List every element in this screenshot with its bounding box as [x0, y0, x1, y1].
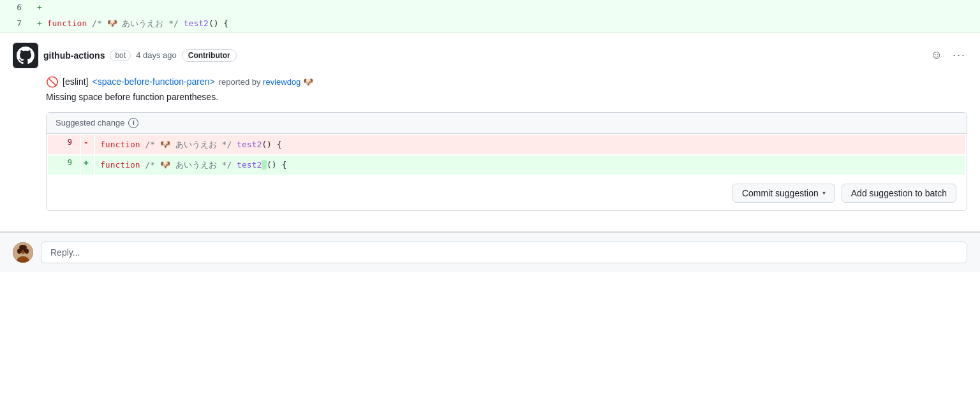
highlight-space — [262, 160, 267, 170]
svg-point-4 — [25, 249, 29, 254]
code-line-6: 6 + — [0, 0, 980, 16]
emoji-reaction-button[interactable]: ☺ — [930, 47, 944, 63]
code-line-7: 7 + function /* 🐶 あいうえお */ test2() { — [0, 16, 980, 32]
diff-line-num-add: 9 — [48, 156, 80, 175]
reviewdog-link[interactable]: reviewdog — [263, 77, 301, 87]
suggested-change-header: Suggested change i — [47, 113, 967, 134]
reported-by-text: reported by reviewdog 🐶 — [219, 77, 313, 87]
suggested-change-label: Suggested change — [56, 118, 124, 127]
comment-header: github-actions bot 4 days ago Contributo… — [13, 43, 967, 68]
username: github-actions — [43, 50, 105, 61]
suggestion-actions: Commit suggestion ▾ Add suggestion to ba… — [47, 176, 967, 210]
svg-point-7 — [24, 250, 25, 251]
github-logo-icon — [17, 47, 34, 64]
contributor-badge: Contributor — [182, 49, 237, 62]
diff-code-add: function /* 🐶 あいうえお */ test2 () { — [95, 156, 965, 175]
diff-line-num-del: 9 — [48, 135, 80, 154]
bot-badge: bot — [110, 50, 131, 61]
comment-header-left: github-actions bot 4 days ago Contributo… — [13, 43, 237, 68]
commit-suggestion-label: Commit suggestion — [742, 188, 819, 198]
line-number-6: 6 — [0, 1, 32, 15]
svg-point-5 — [19, 245, 27, 250]
info-icon: i — [128, 118, 138, 128]
comment-message-line: 🚫 [eslint] <space-before-function-paren>… — [46, 76, 967, 88]
diff-marker-del: - — [81, 135, 94, 154]
diff-code-del: function /* 🐶 あいうえお */ test2() { — [95, 135, 965, 154]
user-avatar — [13, 242, 33, 263]
reply-input[interactable]: Reply... — [41, 242, 967, 263]
eslint-label: [eslint] — [63, 76, 88, 87]
reviewdog-icon: 🐶 — [303, 77, 313, 87]
code-top-section: 6 + 7 + function /* 🐶 あいうえお */ test2() { — [0, 0, 980, 33]
svg-point-3 — [17, 249, 21, 254]
more-options-button[interactable]: ··· — [951, 47, 967, 63]
comment-actions: ☺ ··· — [930, 47, 967, 63]
commit-suggestion-button[interactable]: Commit suggestion ▾ — [732, 184, 835, 203]
comment-description: Missing space before function parenthese… — [46, 92, 967, 102]
suggested-change-box: Suggested change i 9 - function /* 🐶 あいう… — [46, 112, 967, 211]
comment-section: github-actions bot 4 days ago Contributo… — [0, 33, 980, 232]
diff-row-deletion: 9 - function /* 🐶 あいうえお */ test2() { — [48, 135, 965, 154]
add-suggestion-to-batch-button[interactable]: Add suggestion to batch — [842, 184, 956, 203]
comment-timestamp: 4 days ago — [136, 50, 177, 60]
diff-table: 9 - function /* 🐶 あいうえお */ test2() { 9 +… — [47, 134, 967, 176]
avatar-github-actions — [13, 43, 38, 68]
line-content-7: + function /* 🐶 あいうえお */ test2() { — [32, 16, 980, 32]
line-number-7: 7 — [0, 17, 32, 31]
no-entry-icon: 🚫 — [46, 76, 59, 88]
eslint-rule-link[interactable]: <space-before-function-paren> — [92, 76, 214, 87]
diff-marker-add: + — [81, 156, 94, 175]
reply-section: Reply... — [0, 232, 980, 272]
user-avatar-image — [13, 242, 33, 263]
comment-body: 🚫 [eslint] <space-before-function-paren>… — [13, 76, 967, 211]
line-content-6: + — [32, 0, 980, 16]
diff-row-addition: 9 + function /* 🐶 あいうえお */ test2 () { — [48, 156, 965, 175]
chevron-down-icon: ▾ — [822, 189, 826, 196]
svg-point-6 — [20, 250, 22, 251]
